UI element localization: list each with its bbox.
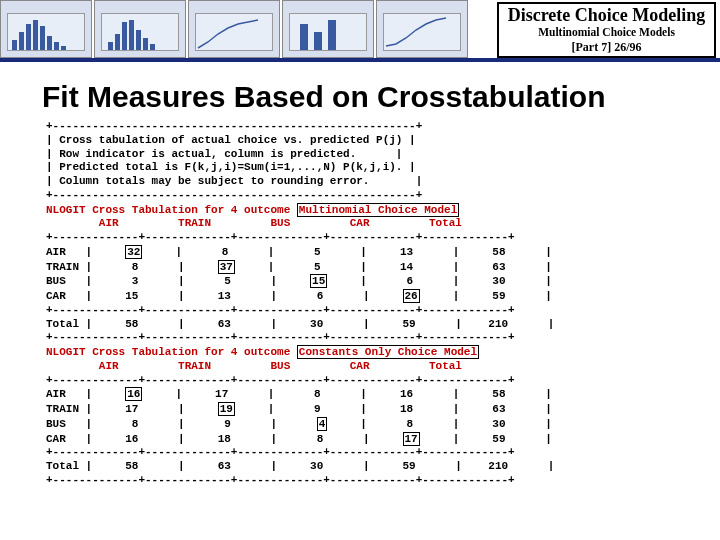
model-name: Multinomial Choice Model bbox=[297, 203, 459, 217]
model-name: Constants Only Choice Model bbox=[297, 345, 479, 359]
diag-cell: 19 bbox=[218, 402, 235, 416]
header: Discrete Choice Modeling Multinomial Cho… bbox=[0, 0, 720, 62]
page-title: Fit Measures Based on Crosstabulation bbox=[42, 80, 720, 114]
header-subtitle: Multinomial Choice Models bbox=[499, 26, 714, 38]
thumbnail-strip bbox=[0, 0, 470, 58]
thumb bbox=[0, 0, 92, 58]
diag-cell: 4 bbox=[317, 417, 328, 431]
thumb bbox=[376, 0, 468, 58]
nlogit-title: NLOGIT Cross Tabulation for 4 outcome bbox=[46, 204, 297, 216]
output-block: +---------------------------------------… bbox=[46, 120, 720, 488]
header-part: [Part 7] 26/96 bbox=[499, 40, 714, 55]
diag-cell: 17 bbox=[403, 432, 420, 446]
box-line: Cross tabulation of actual choice vs. pr… bbox=[59, 134, 402, 146]
diag-cell: 16 bbox=[125, 387, 142, 401]
box-line: Row indicator is actual, column is predi… bbox=[59, 148, 356, 160]
nlogit-title: NLOGIT Cross Tabulation for 4 outcome bbox=[46, 346, 297, 358]
diag-cell: 26 bbox=[403, 289, 420, 303]
thumb bbox=[94, 0, 186, 58]
thumb bbox=[282, 0, 374, 58]
header-title: Discrete Choice Modeling bbox=[499, 5, 714, 26]
diag-cell: 32 bbox=[125, 245, 142, 259]
box-line: Column totals may be subject to rounding… bbox=[59, 175, 369, 187]
diag-cell: 37 bbox=[218, 260, 235, 274]
thumb bbox=[188, 0, 280, 58]
diag-cell: 15 bbox=[310, 274, 327, 288]
title-box: Discrete Choice Modeling Multinomial Cho… bbox=[497, 2, 716, 58]
box-line: Predicted total is F(k,j,i)=Sum(i=1,...,… bbox=[59, 161, 402, 173]
